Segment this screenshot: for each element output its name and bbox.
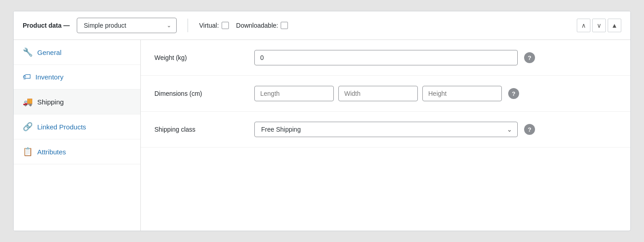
weight-input[interactable] (254, 50, 518, 65)
list-icon: 📋 (23, 147, 33, 157)
sidebar-label-general: General (37, 49, 61, 56)
tag-icon: 🏷 (23, 72, 31, 82)
product-type-wrapper: Simple product Variable product Grouped … (77, 18, 177, 33)
virtual-checkbox[interactable] (222, 22, 229, 29)
truck-icon: 🚚 (23, 97, 33, 107)
dimensions-row: Dimensions (cm) ? (141, 76, 630, 112)
sidebar-label-attributes: Attributes (37, 148, 66, 156)
panel-body: 🔧 General 🏷 Inventory 🚚 Shipping 🔗 Linke… (14, 40, 630, 231)
downloadable-label: Downloadable: (236, 22, 278, 29)
product-type-select[interactable]: Simple product Variable product Grouped … (77, 18, 177, 33)
height-input[interactable] (422, 86, 502, 101)
sidebar-item-shipping[interactable]: 🚚 Shipping (14, 89, 140, 114)
weight-fields: ? (254, 50, 617, 65)
product-data-panel: Product data — Simple product Variable p… (13, 11, 631, 231)
weight-help-icon[interactable]: ? (524, 52, 535, 63)
downloadable-group: Downloadable: (236, 22, 288, 29)
dimensions-fields: ? (254, 86, 617, 101)
dimensions-help-icon[interactable]: ? (508, 88, 519, 99)
panel-title: Product data — (23, 22, 69, 29)
collapse-up-button[interactable]: ∧ (577, 19, 590, 32)
weight-row: Weight (kg) ? (141, 40, 630, 76)
dimensions-label: Dimensions (cm) (154, 90, 245, 97)
collapse-down-button[interactable]: ∨ (592, 19, 606, 32)
collapse-buttons: ∧ ∨ ▲ (577, 19, 621, 32)
width-input[interactable] (338, 86, 418, 101)
sidebar-label-shipping: Shipping (37, 98, 64, 106)
shipping-class-label: Shipping class (154, 126, 245, 133)
virtual-group: Virtual: (199, 22, 228, 29)
downloadable-checkbox[interactable] (281, 22, 288, 29)
sidebar-item-linked-products[interactable]: 🔗 Linked Products (14, 114, 140, 139)
shipping-select-wrapper: Free Shipping No shipping class Standard… (254, 122, 518, 137)
content-area: Weight (kg) ? Dimensions (cm) ? Shipping (141, 40, 630, 231)
link-icon: 🔗 (23, 122, 33, 132)
shipping-class-row: Shipping class Free Shipping No shipping… (141, 112, 630, 148)
panel-header: Product data — Simple product Variable p… (14, 11, 630, 40)
sidebar-label-linked-products: Linked Products (37, 123, 86, 131)
sidebar: 🔧 General 🏷 Inventory 🚚 Shipping 🔗 Linke… (14, 40, 141, 231)
wrench-icon: 🔧 (23, 47, 33, 57)
collapse-top-button[interactable]: ▲ (608, 19, 621, 32)
weight-label: Weight (kg) (154, 54, 245, 61)
sidebar-label-inventory: Inventory (35, 73, 64, 81)
header-divider (188, 19, 188, 32)
length-input[interactable] (254, 86, 334, 101)
sidebar-item-inventory[interactable]: 🏷 Inventory (14, 65, 140, 89)
shipping-class-select[interactable]: Free Shipping No shipping class Standard… (254, 122, 518, 137)
shipping-class-fields: Free Shipping No shipping class Standard… (254, 122, 617, 137)
sidebar-item-general[interactable]: 🔧 General (14, 40, 140, 65)
virtual-label: Virtual: (199, 22, 218, 29)
sidebar-item-attributes[interactable]: 📋 Attributes (14, 139, 140, 164)
shipping-class-help-icon[interactable]: ? (524, 124, 535, 135)
